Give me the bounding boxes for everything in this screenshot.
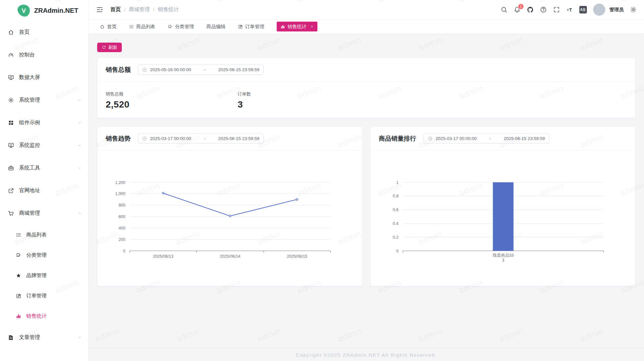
svg-text:0.4: 0.4 xyxy=(393,221,398,226)
sidebar-item-label: 官网地址 xyxy=(19,187,40,194)
date-range-picker[interactable]: 2025-05-16 00:00:00 - 2025-06-15 23:59:5… xyxy=(138,65,264,75)
breadcrumb-item: 销售统计 xyxy=(158,6,179,13)
gear-icon xyxy=(8,97,14,103)
tab-label: 分类管理 xyxy=(175,24,194,30)
tab-分类管理[interactable]: 分类管理 xyxy=(168,22,194,31)
chevron-down-icon xyxy=(77,166,82,170)
language-icon[interactable]: A文 xyxy=(579,6,587,13)
sidebar-item-系统管理[interactable]: 系统管理 xyxy=(0,89,88,111)
fullscreen-icon[interactable] xyxy=(553,6,560,13)
tab-label: 商品编辑 xyxy=(206,24,225,30)
sidebar-item-label: 系统管理 xyxy=(19,97,40,104)
sidebar-item-label: 首页 xyxy=(19,29,30,36)
chevron-down-icon xyxy=(77,335,82,340)
settings-gear-icon[interactable] xyxy=(630,6,637,13)
app-logo[interactable]: V ZRAdmin.NET xyxy=(0,0,88,21)
tab-销售统计[interactable]: 销售统计 xyxy=(277,22,317,31)
stat-sales-total: 销售总额 2,520 xyxy=(106,91,238,110)
sidebar-item-label: 组件示例 xyxy=(19,119,40,126)
breadcrumb-item[interactable]: 首页 xyxy=(110,6,121,13)
svg-text:800: 800 xyxy=(118,203,125,208)
top-header: 首页/商城管理/销售统计 1 TT A文 管理员 xyxy=(89,0,644,20)
monitor-icon xyxy=(8,142,14,149)
svg-text:1,000: 1,000 xyxy=(115,191,125,196)
svg-text:600: 600 xyxy=(118,214,125,219)
date-range-picker[interactable]: 2025-03-17 00:00:00 - 2025-06-15 23:59:5… xyxy=(138,133,264,144)
edit-icon xyxy=(16,293,21,299)
username[interactable]: 管理员 xyxy=(610,7,624,13)
sidebar-item-label: 文章管理 xyxy=(19,334,40,341)
tab-bar: 首页商品列表分类管理商品编辑订单管理销售统计 xyxy=(89,20,644,34)
tab-label: 首页 xyxy=(107,24,117,30)
date-end: 2025-06-15 23:59:59 xyxy=(218,136,259,141)
sidebar-item-系统工具[interactable]: 系统工具 xyxy=(0,157,88,179)
external-icon xyxy=(8,188,14,194)
sales-total-card: 销售总额 2025-05-16 00:00:00 - 2025-06-15 23… xyxy=(97,58,635,118)
date-range-picker[interactable]: 2025-03-17 00:00:00 - 2025-06-15 23:59:5… xyxy=(423,133,549,144)
screen-icon xyxy=(8,74,14,81)
svg-text:T: T xyxy=(567,8,569,12)
toolbox-icon xyxy=(8,165,14,171)
bar-icon xyxy=(280,24,285,29)
star-icon xyxy=(16,273,21,278)
sidebar-item-控制台[interactable]: 控制台 xyxy=(0,44,88,66)
logo-icon: V xyxy=(17,4,31,18)
date-start: 2025-03-17 00:00:00 xyxy=(150,136,191,141)
home-icon xyxy=(8,29,14,35)
breadcrumb-separator: / xyxy=(153,7,154,13)
sidebar-item-分类管理[interactable]: 分类管理 xyxy=(0,245,88,265)
svg-text:0.6: 0.6 xyxy=(393,208,398,212)
cart-icon xyxy=(8,210,14,216)
product-ranking-card: 商品销量排行 2025-03-17 00:00:00 - 2025-06-15 … xyxy=(370,127,635,286)
sidebar-item-组件示例[interactable]: 组件示例 xyxy=(0,111,88,134)
sidebar-fold-icon[interactable] xyxy=(96,6,103,13)
font-size-icon[interactable]: TT xyxy=(566,6,573,13)
edit-icon xyxy=(238,24,243,29)
date-separator: - xyxy=(194,67,215,72)
tab-订单管理[interactable]: 订单管理 xyxy=(238,22,264,31)
tab-商品列表[interactable]: 商品列表 xyxy=(129,22,155,31)
sidebar: V ZRAdmin.NET 首页控制台数据大屏系统管理组件示例系统监控系统工具官… xyxy=(0,0,89,361)
sidebar-item-系统监控[interactable]: 系统监控 xyxy=(0,134,88,157)
tab-商品编辑[interactable]: 商品编辑 xyxy=(206,22,225,31)
bar-icon xyxy=(16,313,21,319)
card-title: 销售总额 xyxy=(106,66,131,74)
sidebar-item-商城管理[interactable]: 商城管理 xyxy=(0,202,88,225)
avatar[interactable] xyxy=(593,4,605,16)
svg-text:T: T xyxy=(569,7,572,12)
stat-label: 订单数 xyxy=(238,91,370,97)
sidebar-item-数据大屏[interactable]: 数据大屏 xyxy=(0,66,88,89)
svg-text:0: 0 xyxy=(396,249,398,253)
notification-bell-icon[interactable]: 1 xyxy=(514,6,521,13)
chevron-down-icon xyxy=(77,121,82,125)
sidebar-item-订单管理[interactable]: 订单管理 xyxy=(0,286,88,306)
breadcrumb-separator: / xyxy=(124,7,125,13)
github-icon[interactable] xyxy=(527,6,534,13)
stat-value: 3 xyxy=(238,99,370,110)
close-icon[interactable] xyxy=(310,25,314,29)
chevron-down-icon xyxy=(77,143,82,148)
notification-badge: 1 xyxy=(518,4,524,10)
stat-value: 2,520 xyxy=(106,99,238,110)
card-header: 销售总额 2025-05-16 00:00:00 - 2025-06-15 23… xyxy=(97,58,635,82)
refresh-button[interactable]: 刷新 xyxy=(97,43,122,52)
sidebar-item-销售统计[interactable]: 销售统计 xyxy=(0,306,88,326)
sidebar-item-官网地址[interactable]: 官网地址 xyxy=(0,179,88,202)
sidebar-item-品牌管理[interactable]: 品牌管理 xyxy=(0,265,88,286)
sidebar-item-label: 分类管理 xyxy=(26,252,47,259)
date-separator: - xyxy=(194,136,215,141)
list-icon xyxy=(129,24,134,29)
sidebar-item-label: 订单管理 xyxy=(26,292,47,299)
sidebar-item-首页[interactable]: 首页 xyxy=(0,21,88,44)
stat-order-count: 订单数 3 xyxy=(238,91,370,110)
tab-首页[interactable]: 首页 xyxy=(100,22,117,31)
sidebar-item-商品列表[interactable]: 商品列表 xyxy=(0,225,88,245)
grid-icon xyxy=(8,120,14,126)
help-icon[interactable] xyxy=(540,6,547,13)
chevron-up-icon xyxy=(77,211,82,215)
breadcrumb: 首页/商城管理/销售统计 xyxy=(110,6,179,13)
date-end: 2025-06-15 23:59:59 xyxy=(218,67,259,72)
sales-trend-line-chart: 02004006008001,0001,2002025/06/132025/06… xyxy=(97,150,362,286)
search-icon[interactable] xyxy=(501,6,507,13)
sidebar-item-文章管理[interactable]: 文章管理 xyxy=(0,326,88,349)
